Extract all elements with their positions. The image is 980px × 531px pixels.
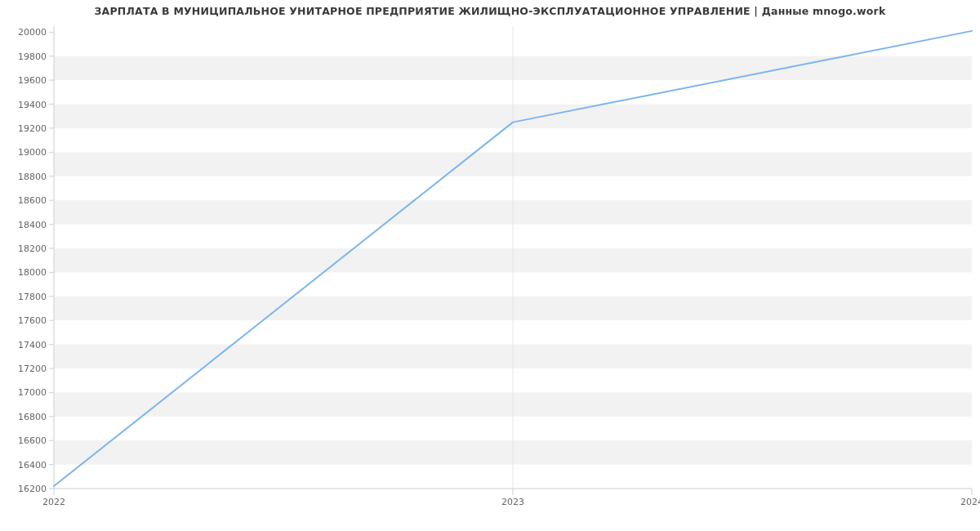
y-tick-label: 16400: [18, 460, 47, 471]
y-tick-label: 19400: [18, 100, 47, 110]
y-tick-label: 17000: [18, 387, 47, 398]
y-tick-label: 17600: [18, 315, 47, 326]
y-tick-label: 19000: [18, 147, 47, 158]
x-tick-label: 2024: [960, 497, 980, 507]
y-tick-label: 16600: [18, 435, 47, 446]
y-tick-label: 19200: [18, 123, 47, 134]
chart-container: ЗАРПЛАТА В МУНИЦИПАЛЬНОЕ УНИТАРНОЕ ПРЕДП…: [0, 0, 980, 531]
y-tick-label: 18600: [18, 195, 47, 206]
y-tick-label: 20000: [18, 27, 47, 38]
y-tick-label: 18200: [18, 243, 47, 254]
chart-title: ЗАРПЛАТА В МУНИЦИПАЛЬНОЕ УНИТАРНОЕ ПРЕДП…: [0, 5, 980, 17]
y-tick-label: 17400: [18, 340, 47, 350]
y-tick-label: 18400: [18, 220, 47, 230]
chart-svg: 1620016400166001680017000172001740017600…: [0, 0, 980, 531]
y-tick-label: 16200: [18, 484, 47, 494]
x-tick-label: 2023: [501, 497, 524, 507]
y-tick-label: 17200: [18, 364, 47, 374]
y-tick-label: 17800: [18, 292, 47, 302]
y-tick-label: 18000: [18, 267, 47, 278]
y-tick-label: 18800: [18, 172, 47, 182]
y-tick-label: 19800: [18, 51, 47, 62]
y-tick-label: 19600: [18, 75, 47, 86]
x-tick-label: 2022: [42, 497, 65, 507]
y-tick-label: 16800: [18, 412, 47, 422]
